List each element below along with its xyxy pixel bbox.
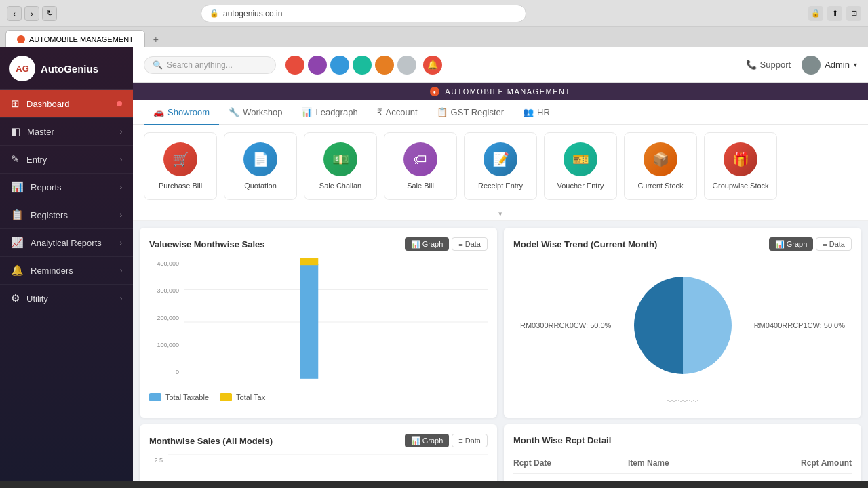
quick-actions: 🛒 Purchase Bill 📄 Quotation 💵 Sale Chall… <box>133 125 868 207</box>
pie-chart-svg <box>629 271 737 380</box>
valuewise-data-btn[interactable]: ≡ Data <box>452 237 488 251</box>
entry-icon: ✎ <box>11 153 20 165</box>
receipt-entry-label: Receipt Entry <box>478 182 523 190</box>
valuewise-sales-chart: Valuewise Monthwise Sales 📊 Graph ≡ Data… <box>140 228 497 418</box>
model-trend-title: Model Wise Trend (Current Month) <box>513 239 657 249</box>
analytical-icon: 📈 <box>11 237 24 249</box>
app-title-bar: ● AUTOMOBILE MANAGEMENT <box>133 83 868 100</box>
action-sale-bill[interactable]: 🏷 Sale Bill <box>384 132 457 200</box>
hr-icon: 👥 <box>523 107 534 117</box>
top-nav: 🔍 Search anything... 🔔 📞 Support <box>133 47 868 83</box>
tab-gst[interactable]: 📋 GST Register <box>427 100 514 124</box>
refresh-btn[interactable]: ↻ <box>42 6 57 21</box>
leadgraph-icon: 📊 <box>301 107 312 117</box>
pie-right-label: RM0400RRCP1CW: 50.0% <box>754 321 845 329</box>
search-icon: 🔍 <box>153 60 163 70</box>
action-current-stock[interactable]: 📦 Current Stock <box>624 132 697 200</box>
bar-chart-svg: Apr May Jun Jul Aug Sep Oct Nov Dec Jan … <box>184 258 488 386</box>
monthwise-all-svg <box>168 454 488 481</box>
model-graph-btn[interactable]: 📊 Graph <box>769 237 814 251</box>
sidebar-item-entry[interactable]: ✎ Entry › <box>0 145 133 173</box>
monthwise-all-data-btn[interactable]: ≡ Data <box>452 434 488 447</box>
notification-bell[interactable]: 🔔 <box>423 56 442 75</box>
avatar-4[interactable] <box>353 56 372 75</box>
search-box[interactable]: 🔍 Search anything... <box>144 56 276 74</box>
current-stock-label: Current Stock <box>637 182 683 190</box>
nav-avatars <box>285 56 416 75</box>
action-receipt-entry[interactable]: 📝 Receipt Entry <box>464 132 537 200</box>
app-title: AUTOMOBILE MANAGEMENT <box>445 87 570 96</box>
sidebar: AG AutoGenius ⊞ Dashboard ◧ Master › ✎ E… <box>0 47 133 481</box>
dashboard-icon: ⊞ <box>11 98 20 110</box>
action-groupwise-stock[interactable]: 🎁 Groupwise Stock <box>704 132 777 200</box>
tab-hr[interactable]: 👥 HR <box>513 100 559 124</box>
avatar-2[interactable] <box>308 56 327 75</box>
model-data-btn[interactable]: ≡ Data <box>816 237 852 251</box>
dashboard-grid: Valuewise Monthwise Sales 📊 Graph ≡ Data… <box>133 221 868 481</box>
tab-showroom[interactable]: 🚗 Showroom <box>144 100 219 125</box>
admin-chevron: ▾ <box>854 61 857 68</box>
tab-title: AUTOMOBILE MANAGEMENT <box>29 35 134 43</box>
bar-chart-icon: 📊 <box>411 240 420 249</box>
voucher-entry-label: Voucher Entry <box>557 182 604 190</box>
url-text: autogenius.co.in <box>223 9 282 18</box>
data-icon: ≡ <box>458 240 462 248</box>
monthwise-sales-all-chart: Monthwise Sales (All Models) 📊 Graph ≡ D… <box>140 424 497 481</box>
forward-btn[interactable]: › <box>24 6 39 21</box>
sidebar-item-reports[interactable]: 📊 Reports › <box>0 173 133 201</box>
master-icon: ◧ <box>11 125 20 138</box>
browser-url-bar[interactable]: 🔒 autogenius.co.in <box>201 5 526 22</box>
action-voucher-entry[interactable]: 🎫 Voucher Entry <box>544 132 617 200</box>
quotation-label: Quotation <box>244 182 277 190</box>
valuewise-graph-btn[interactable]: 📊 Graph <box>405 237 450 251</box>
action-sale-challan[interactable]: 💵 Sale Challan <box>304 132 377 200</box>
module-tabs: 🚗 Showroom 🔧 Workshop 📊 Leadgraph ₹ Acco… <box>133 100 868 125</box>
account-icon: ₹ <box>377 107 382 117</box>
month-wise-rcpt-detail: Month Wise Rcpt Detail Rcpt Date Item Na… <box>504 424 861 481</box>
showroom-icon: 🚗 <box>153 107 164 117</box>
browser-chrome: ‹ › ↻ 🔒 autogenius.co.in 🔒 ⬆ ⊡ <box>0 0 868 27</box>
svg-rect-5 <box>300 264 318 379</box>
sidebar-item-dashboard[interactable]: ⊞ Dashboard <box>0 90 133 117</box>
new-tab-btn[interactable]: + <box>146 31 165 47</box>
tab-account[interactable]: ₹ Account <box>368 100 427 124</box>
sidebar-item-utility[interactable]: ⚙ Utility › <box>0 284 133 312</box>
phone-icon: 📞 <box>746 60 757 70</box>
logo-text: AutoGenius <box>41 63 98 75</box>
admin-menu[interactable]: Admin ▾ <box>802 56 857 75</box>
action-purchase-bill[interactable]: 🛒 Purchase Bill <box>144 132 217 200</box>
purchase-bill-label: Purchase Bill <box>159 182 202 190</box>
rcpt-col-amount: Rcpt Amount <box>743 458 852 468</box>
utility-icon: ⚙ <box>11 292 20 304</box>
avatar-6[interactable] <box>397 56 416 75</box>
browser-ext-2[interactable]: ⬆ <box>827 6 842 21</box>
browser-ext-1[interactable]: 🔒 <box>808 6 823 21</box>
sidebar-item-registers[interactable]: 📋 Registers › <box>0 201 133 228</box>
valuewise-chart-title: Valuewise Monthwise Sales <box>149 239 265 249</box>
svg-rect-6 <box>300 258 318 265</box>
action-quotation[interactable]: 📄 Quotation <box>224 132 297 200</box>
rcpt-col-item: Item Name <box>628 458 737 468</box>
avatar-1[interactable] <box>285 56 304 75</box>
browser-tab-bar: AUTOMOBILE MANAGEMENT + <box>0 27 868 47</box>
browser-ext-3[interactable]: ⊡ <box>846 6 861 21</box>
avatar-3[interactable] <box>330 56 349 75</box>
sidebar-item-master[interactable]: ◧ Master › <box>0 117 133 145</box>
browser-tab[interactable]: AUTOMOBILE MANAGEMENT <box>5 30 145 47</box>
back-btn[interactable]: ‹ <box>7 6 22 21</box>
sidebar-item-analytical[interactable]: 📈 Analytical Reports › <box>0 228 133 256</box>
tab-workshop[interactable]: 🔧 Workshop <box>219 100 292 124</box>
monthwise-all-title: Monthwise Sales (All Models) <box>149 436 273 446</box>
main-content: 🔍 Search anything... 🔔 📞 Support <box>133 47 868 481</box>
rcpt-col-date: Rcpt Date <box>513 458 623 468</box>
support-link[interactable]: 📞 Support <box>746 60 791 70</box>
monthwise-all-graph-btn[interactable]: 📊 Graph <box>405 434 450 447</box>
sidebar-item-reminders[interactable]: 🔔 Reminders › <box>0 256 133 284</box>
sidebar-logo-area: AG AutoGenius <box>0 47 133 90</box>
wave-icon: 〰〰〰 <box>667 396 699 408</box>
tab-leadgraph[interactable]: 📊 Leadgraph <box>292 100 367 124</box>
avatar-5[interactable] <box>375 56 394 75</box>
legend-taxable: Total Taxable <box>149 393 209 401</box>
legend-tax: Total Tax <box>220 393 265 401</box>
expand-chevron[interactable]: ▾ <box>133 207 868 221</box>
